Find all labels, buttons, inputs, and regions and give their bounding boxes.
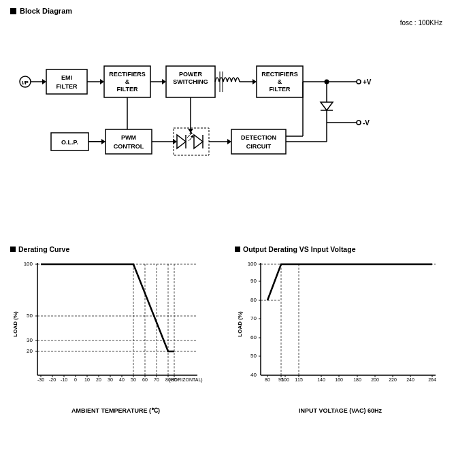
svg-text:80: 80 bbox=[265, 377, 270, 382]
emi-filter-box bbox=[46, 69, 87, 94]
svg-text:30: 30 bbox=[108, 377, 113, 382]
svg-text:-10: -10 bbox=[61, 377, 67, 382]
svg-text:140: 140 bbox=[317, 377, 325, 382]
svg-text:50: 50 bbox=[27, 313, 33, 319]
opto-transistor-triangle bbox=[194, 135, 203, 148]
svg-text:220: 220 bbox=[389, 377, 397, 382]
svg-text:O.L.P.: O.L.P. bbox=[61, 139, 78, 146]
pwm-control-box bbox=[105, 129, 152, 154]
output-derating-chart: 100 90 80 70 60 50 40 LOAD (%) bbox=[235, 256, 446, 414]
arrow-power bbox=[162, 79, 166, 84]
transformer-secondary bbox=[227, 78, 240, 82]
arrow-rect2 bbox=[253, 79, 257, 84]
svg-text:10: 10 bbox=[84, 377, 90, 382]
output-derating-curve-line bbox=[267, 264, 432, 300]
svg-text:RECTIFIERS: RECTIFIERS bbox=[261, 71, 298, 78]
ip-label: I/P bbox=[22, 80, 29, 86]
lower-sections: Derating Curve 100 50 3 bbox=[10, 245, 446, 414]
svg-text:LOAD (%): LOAD (%) bbox=[12, 311, 18, 337]
svg-text:160: 160 bbox=[335, 377, 343, 382]
svg-text:DETECTION: DETECTION bbox=[241, 134, 276, 141]
svg-text:PWM: PWM bbox=[121, 134, 136, 141]
svg-text:100: 100 bbox=[281, 377, 289, 382]
svg-text:100: 100 bbox=[24, 261, 33, 267]
opto-led-triangle bbox=[177, 135, 186, 148]
svg-text:&: & bbox=[278, 78, 282, 85]
derating-square bbox=[10, 247, 16, 252]
svg-text:50: 50 bbox=[131, 377, 136, 382]
svg-text:60: 60 bbox=[142, 377, 148, 382]
block-diagram-section: Block Diagram fosc : 100KHz I/P EMI FILT… bbox=[10, 7, 446, 238]
title-square bbox=[10, 8, 16, 14]
svg-text:40: 40 bbox=[250, 372, 257, 378]
output-derating-section: Output Derating VS Input Voltage 100 90 bbox=[235, 245, 446, 414]
fosc-label: fosc : 100KHz bbox=[400, 19, 442, 27]
derating-svg: 100 50 30 20 LOAD (%) bbox=[10, 256, 214, 406]
output-minus-circle bbox=[357, 121, 361, 125]
output-derating-svg: 100 90 80 70 60 50 40 LOAD (%) bbox=[235, 256, 446, 406]
arrow-pwm bbox=[101, 139, 105, 144]
svg-text:SWITCHING: SWITCHING bbox=[173, 78, 208, 85]
arrow-emi bbox=[42, 79, 46, 84]
detection-box bbox=[231, 129, 286, 154]
svg-text:FILTER: FILTER bbox=[117, 86, 138, 93]
derating-curve-section: Derating Curve 100 50 3 bbox=[10, 245, 221, 414]
svg-text:CIRCUIT: CIRCUIT bbox=[246, 143, 272, 150]
svg-text:115: 115 bbox=[295, 377, 303, 382]
arrow-detection bbox=[227, 139, 231, 144]
svg-text:80: 80 bbox=[250, 297, 257, 303]
svg-text:200: 200 bbox=[371, 377, 379, 382]
svg-text:70: 70 bbox=[250, 315, 257, 321]
svg-text:-20: -20 bbox=[49, 377, 56, 382]
output-plus-label: +V bbox=[363, 78, 372, 86]
svg-text:CONTROL: CONTROL bbox=[114, 143, 144, 150]
diode-symbol bbox=[321, 102, 333, 110]
svg-text:&: & bbox=[125, 78, 130, 85]
output-plus-circle bbox=[357, 80, 361, 84]
output-derating-x-label: INPUT VOLTAGE (VAC) 60Hz bbox=[235, 407, 446, 414]
svg-text:20: 20 bbox=[96, 377, 101, 382]
svg-text:50: 50 bbox=[250, 353, 257, 359]
derating-curve-title: Derating Curve bbox=[10, 245, 221, 253]
derating-chart: 100 50 30 20 LOAD (%) bbox=[10, 256, 221, 414]
svg-text:70: 70 bbox=[154, 377, 159, 382]
svg-marker-33 bbox=[189, 131, 193, 134]
svg-text:40: 40 bbox=[119, 377, 125, 382]
block-diagram-svg: I/P EMI FILTER RECTIFIERS & FILTER bbox=[10, 27, 446, 211]
svg-text:POWER: POWER bbox=[179, 71, 203, 78]
output-derating-square bbox=[235, 247, 240, 252]
svg-text:RECTIFIERS: RECTIFIERS bbox=[109, 71, 146, 78]
svg-text:0: 0 bbox=[74, 377, 77, 382]
svg-text:240: 240 bbox=[406, 377, 414, 382]
svg-text:LOAD (%): LOAD (%) bbox=[237, 311, 243, 337]
derating-x-label: AMBIENT TEMPERATURE (℃) bbox=[10, 407, 221, 414]
svg-text:EMI: EMI bbox=[61, 74, 72, 81]
svg-text:20: 20 bbox=[27, 348, 33, 354]
svg-text:30: 30 bbox=[27, 337, 33, 343]
svg-text:(HORIZONTAL): (HORIZONTAL) bbox=[169, 377, 202, 383]
output-derating-title: Output Derating VS Input Voltage bbox=[235, 245, 446, 253]
svg-text:FILTER: FILTER bbox=[56, 83, 78, 90]
svg-text:90: 90 bbox=[250, 278, 257, 284]
diagram-area: I/P EMI FILTER RECTIFIERS & FILTER bbox=[10, 27, 446, 218]
svg-text:-30: -30 bbox=[37, 377, 44, 382]
svg-text:100: 100 bbox=[248, 261, 257, 267]
arrow-rect1 bbox=[100, 79, 104, 84]
output-minus-label: -V bbox=[363, 119, 370, 127]
svg-text:264: 264 bbox=[428, 377, 436, 382]
derating-curve-line bbox=[41, 264, 174, 351]
svg-text:180: 180 bbox=[353, 377, 361, 382]
transformer-primary bbox=[215, 78, 227, 82]
svg-text:60: 60 bbox=[250, 334, 257, 340]
svg-text:FILTER: FILTER bbox=[270, 86, 291, 93]
block-diagram-title: Block Diagram bbox=[10, 7, 446, 15]
